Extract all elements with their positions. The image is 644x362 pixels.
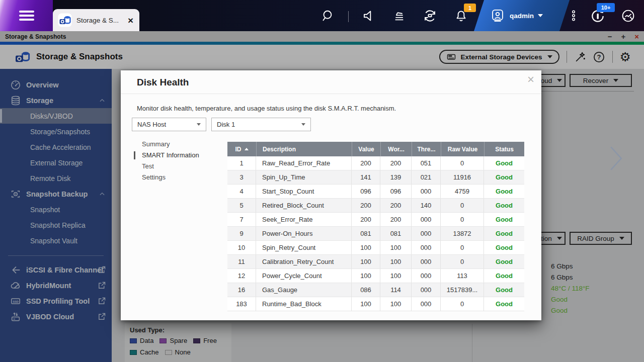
smart-attributes-table: IDDescriptionValueWor...Thre...Raw Value… xyxy=(227,142,524,311)
table-cell: 000 xyxy=(412,241,441,254)
table-cell: 0 xyxy=(441,241,484,254)
table-cell: 100 xyxy=(380,255,412,268)
table-cell: 113 xyxy=(441,269,484,283)
table-cell: 141 xyxy=(352,170,380,184)
dialog-side-menu: SummarySMART InformationTestSettings xyxy=(134,139,199,183)
table-cell: 081 xyxy=(352,227,380,240)
table-cell: 096 xyxy=(352,185,380,198)
table-row[interactable]: 16Gas_Gauge0861140001517839...Good xyxy=(227,283,524,297)
table-cell: 114 xyxy=(380,283,412,297)
select-caret-icon xyxy=(197,123,201,126)
table-cell: 000 xyxy=(412,297,441,311)
table-cell: 100 xyxy=(380,241,412,254)
dialog-title: Disk Health xyxy=(137,77,189,88)
table-cell: 200 xyxy=(352,156,380,170)
user-menu[interactable]: qadmin xyxy=(491,0,543,31)
table-cell: 021 xyxy=(412,170,441,184)
table-row[interactable]: 7Seek_Error_Rate2002000000Good xyxy=(227,213,524,227)
event-log-icon[interactable] xyxy=(392,9,406,23)
more-options-icon[interactable] xyxy=(568,10,580,22)
dialog-close-icon[interactable]: × xyxy=(527,73,534,85)
table-row[interactable]: 12Power_Cycle_Count100100000113Good xyxy=(227,269,524,283)
table-cell: 100 xyxy=(352,255,380,268)
table-cell: 000 xyxy=(412,213,441,226)
table-row[interactable]: 1Raw_Read_Error_Rate2002000510Good xyxy=(227,156,524,170)
table-cell: 11916 xyxy=(441,170,484,184)
table-cell: Spin_Up_Time xyxy=(256,170,352,184)
hamburger-icon xyxy=(19,9,34,23)
resource-monitor-icon[interactable] xyxy=(621,9,635,23)
table-cell: Start_Stop_Count xyxy=(256,185,352,198)
status-cell: Good xyxy=(484,283,524,297)
column-header-label: Value xyxy=(358,146,374,153)
table-cell: 5 xyxy=(227,199,256,212)
tab-close-icon[interactable]: × xyxy=(128,16,133,25)
table-row[interactable]: 183Runtime_Bad_Block1001000000Good xyxy=(227,297,524,311)
taskbar-divider xyxy=(348,11,349,22)
table-row[interactable]: 5Retired_Block_Count2002001400Good xyxy=(227,199,524,213)
search-icon[interactable] xyxy=(321,9,335,23)
table-row[interactable]: 4Start_Stop_Count0960960004759Good xyxy=(227,185,524,199)
table-cell: 0 xyxy=(441,255,484,268)
table-cell: 100 xyxy=(352,241,380,254)
column-header-value[interactable]: Value xyxy=(352,142,380,156)
table-header-row: IDDescriptionValueWor...Thre...Raw Value… xyxy=(227,142,524,156)
table-cell: 139 xyxy=(380,170,412,184)
column-header-label: Raw Value xyxy=(448,146,477,153)
main-menu-button[interactable] xyxy=(0,0,53,31)
column-header-label: Wor... xyxy=(388,146,404,153)
table-row[interactable]: 9Power-On_Hours08108100013872Good xyxy=(227,227,524,241)
table-cell: Runtime_Bad_Block xyxy=(256,297,352,311)
column-header-raw-value[interactable]: Raw Value xyxy=(441,142,484,156)
table-cell: Seek_Error_Rate xyxy=(256,213,352,226)
app-tab-storage-snapshots[interactable]: Storage & S... × xyxy=(53,9,139,31)
dialog-menu-settings[interactable]: Settings xyxy=(134,172,199,183)
table-cell: 200 xyxy=(380,156,412,170)
menu-item-label: Summary xyxy=(142,140,170,148)
table-cell: 096 xyxy=(380,185,412,198)
column-header-description[interactable]: Description xyxy=(256,142,352,156)
table-cell: Retired_Block_Count xyxy=(256,199,352,212)
user-avatar-icon xyxy=(491,9,505,23)
notification-count-badge: 1 xyxy=(464,4,476,12)
table-cell: 200 xyxy=(380,199,412,212)
table-row[interactable]: 3Spin_Up_Time14113902111916Good xyxy=(227,170,524,185)
table-cell: 4 xyxy=(227,185,256,198)
status-cell: Good xyxy=(484,297,524,311)
announcement-icon[interactable] xyxy=(362,9,376,23)
column-header-label: Thre... xyxy=(417,146,435,153)
select-value: NAS Host xyxy=(137,121,191,128)
table-cell: 7 xyxy=(227,213,256,226)
dialog-menu-summary[interactable]: Summary xyxy=(134,139,199,150)
dialog-select-nas-host[interactable]: NAS Host xyxy=(132,118,206,131)
table-cell: 086 xyxy=(352,283,380,297)
dialog-menu-smart-information[interactable]: SMART Information xyxy=(134,150,199,161)
table-cell: 200 xyxy=(380,213,412,226)
table-cell: 1517839... xyxy=(441,283,484,297)
desktop-taskbar: Storage & S... × 1 qadmin 1 xyxy=(0,0,644,31)
active-menu-indicator xyxy=(134,151,135,159)
status-cell: Good xyxy=(484,227,524,240)
column-header-thre[interactable]: Thre... xyxy=(412,142,441,156)
dialog-select-disk-1[interactable]: Disk 1 xyxy=(211,118,311,131)
table-cell: 4759 xyxy=(441,185,484,198)
dialog-menu-test[interactable]: Test xyxy=(134,161,199,172)
backup-sync-icon[interactable] xyxy=(423,9,437,23)
menu-item-label: SMART Information xyxy=(142,151,199,159)
table-cell: 0 xyxy=(441,297,484,311)
column-header-id[interactable]: ID xyxy=(227,142,256,156)
select-value: Disk 1 xyxy=(217,121,295,128)
username-label: qadmin xyxy=(510,12,534,20)
table-row[interactable]: 11Calibration_Retry_Count1001000000Good xyxy=(227,255,524,269)
table-cell: Raw_Read_Error_Rate xyxy=(256,156,352,170)
column-header-label: Description xyxy=(263,146,296,153)
table-cell: 11 xyxy=(227,255,256,268)
table-cell: 100 xyxy=(352,297,380,311)
table-row[interactable]: 10Spin_Retry_Count1001000000Good xyxy=(227,241,524,255)
table-cell: 100 xyxy=(380,297,412,311)
column-header-wor[interactable]: Wor... xyxy=(380,142,412,156)
table-cell: 12 xyxy=(227,269,256,283)
table-cell: 200 xyxy=(352,199,380,212)
column-header-status[interactable]: Status xyxy=(484,142,524,156)
table-cell: 0 xyxy=(441,213,484,226)
